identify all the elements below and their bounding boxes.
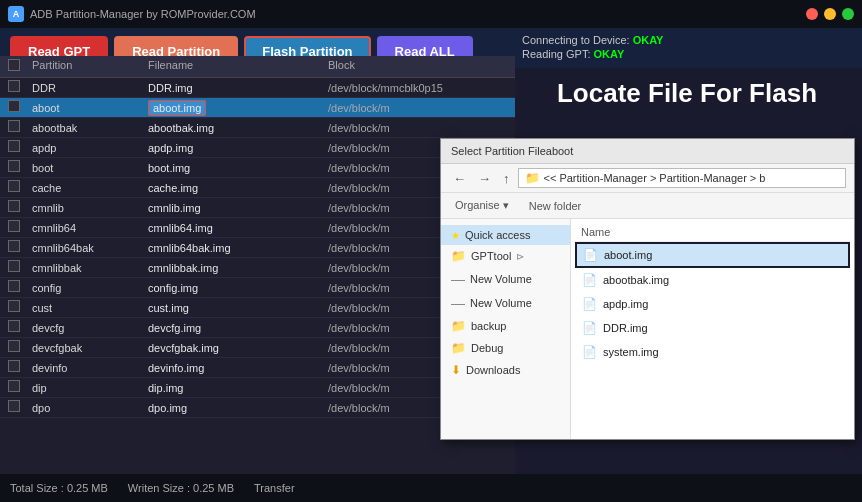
table-row[interactable]: cmnlib64 cmnlib64.img /dev/block/m [0, 218, 515, 238]
partition-table: Partition Filename Block DDR DDR.img /de… [0, 56, 515, 474]
dialog-files-panel: Name 📄 aboot.img 📄 abootbak.img 📄 apdp.i… [571, 219, 854, 439]
table-row[interactable]: dip dip.img /dev/block/m [0, 378, 515, 398]
sidebar-item[interactable]: ★Quick access [441, 225, 570, 245]
header-check [0, 59, 28, 74]
row-partition: devcfgbak [28, 342, 148, 354]
row-checkbox[interactable] [0, 200, 28, 215]
row-filename: dpo.img [148, 402, 328, 414]
table-row[interactable]: cmnlibbak cmnlibbak.img /dev/block/m [0, 258, 515, 278]
download-icon: ⬇ [451, 363, 461, 377]
dash-icon: — [451, 271, 465, 287]
row-checkbox[interactable] [0, 380, 28, 395]
sidebar-item[interactable]: 📁Debug [441, 337, 570, 359]
file-item[interactable]: 📄 aboot.img [575, 242, 850, 268]
row-checkbox[interactable] [0, 240, 28, 255]
table-row[interactable]: devcfgbak devcfgbak.img /dev/block/m [0, 338, 515, 358]
file-item[interactable]: 📄 apdp.img [575, 292, 850, 316]
transfer-label: Transfer [254, 482, 295, 494]
table-row[interactable]: devinfo devinfo.img /dev/block/m [0, 358, 515, 378]
filename-highlighted: aboot.img [148, 100, 206, 116]
file-dialog: Select Partition Fileaboot ← → ↑ 📁 << Pa… [440, 138, 855, 440]
file-item[interactable]: 📄 DDR.img [575, 316, 850, 340]
nav-forward-button[interactable]: → [474, 170, 495, 187]
table-row[interactable]: cmnlib cmnlib.img /dev/block/m [0, 198, 515, 218]
table-row[interactable]: config config.img /dev/block/m [0, 278, 515, 298]
row-checkbox[interactable] [0, 140, 28, 155]
row-checkbox[interactable] [0, 220, 28, 235]
app-icon: A [8, 6, 24, 22]
table-row[interactable]: cache cache.img /dev/block/m [0, 178, 515, 198]
file-name: DDR.img [603, 322, 648, 334]
row-filename: cmnlibbak.img [148, 262, 328, 274]
table-row[interactable]: dpo dpo.img /dev/block/m [0, 398, 515, 418]
row-checkbox[interactable] [0, 260, 28, 275]
row-checkbox[interactable] [0, 280, 28, 295]
sidebar-item[interactable]: —New Volume [441, 267, 570, 291]
organize-button[interactable]: Organise ▾ [449, 197, 515, 214]
close-button[interactable] [806, 8, 818, 20]
dialog-nav: ← → ↑ 📁 << Partition-Manager > Partition… [441, 164, 854, 193]
row-checkbox[interactable] [0, 400, 28, 415]
file-item[interactable]: 📄 abootbak.img [575, 268, 850, 292]
sidebar-item-label: New Volume [470, 273, 532, 285]
file-item[interactable]: 📄 system.img [575, 340, 850, 364]
header-partition: Partition [28, 59, 148, 74]
row-checkbox[interactable] [0, 160, 28, 175]
row-checkbox[interactable] [0, 320, 28, 335]
arrow-icon: ⊳ [516, 251, 524, 262]
nav-up-button[interactable]: ↑ [499, 170, 514, 187]
table-row[interactable]: boot boot.img /dev/block/m [0, 158, 515, 178]
file-name: system.img [603, 346, 659, 358]
files-header: Name [575, 223, 850, 242]
select-all-checkbox[interactable] [8, 59, 20, 71]
row-checkbox[interactable] [0, 100, 28, 115]
row-filename: aboot.img [148, 102, 328, 114]
row-checkbox[interactable] [0, 80, 28, 95]
folder-icon: 📁 [525, 171, 540, 185]
table-row[interactable]: DDR DDR.img /dev/block/mmcblk0p15 [0, 78, 515, 98]
row-partition: cache [28, 182, 148, 194]
row-filename: devcfgbak.img [148, 342, 328, 354]
sidebar-item-label: GPTtool [471, 250, 511, 262]
total-size: Total Size : 0.25 MB [10, 482, 108, 494]
dash-icon: — [451, 295, 465, 311]
header-block: Block [328, 59, 508, 74]
nav-back-button[interactable]: ← [449, 170, 470, 187]
row-block: /dev/block/m [328, 122, 508, 134]
maximize-button[interactable] [842, 8, 854, 20]
folder-icon: 📁 [451, 249, 466, 263]
minimize-button[interactable] [824, 8, 836, 20]
sidebar-item[interactable]: 📁GPTtool⊳ [441, 245, 570, 267]
table-row[interactable]: aboot aboot.img /dev/block/m [0, 98, 515, 118]
row-filename: cmnlib64bak.img [148, 242, 328, 254]
file-icon: 📄 [582, 273, 597, 287]
files-list: 📄 aboot.img 📄 abootbak.img 📄 apdp.img 📄 … [575, 242, 850, 364]
row-checkbox[interactable] [0, 120, 28, 135]
dialog-toolbar: Organise ▾ New folder [441, 193, 854, 219]
table-header: Partition Filename Block [0, 56, 515, 78]
table-row[interactable]: apdp apdp.img /dev/block/m [0, 138, 515, 158]
row-partition: DDR [28, 82, 148, 94]
window-controls[interactable] [806, 8, 854, 20]
file-name: apdp.img [603, 298, 648, 310]
app-title: ADB Partition-Manager by ROMProvider.COM [30, 8, 256, 20]
dialog-sidebar: ★Quick access📁GPTtool⊳—New Volume—New Vo… [441, 219, 571, 439]
sidebar-item[interactable]: ⬇Downloads [441, 359, 570, 381]
row-partition: apdp [28, 142, 148, 154]
row-partition: cmnlib64bak [28, 242, 148, 254]
new-folder-button[interactable]: New folder [523, 198, 588, 214]
row-partition: aboot [28, 102, 148, 114]
row-checkbox[interactable] [0, 360, 28, 375]
row-checkbox[interactable] [0, 300, 28, 315]
written-size: Writen Size : 0.25 MB [128, 482, 234, 494]
table-row[interactable]: cust cust.img /dev/block/m [0, 298, 515, 318]
row-checkbox[interactable] [0, 340, 28, 355]
sidebar-item[interactable]: 📁backup [441, 315, 570, 337]
row-checkbox[interactable] [0, 180, 28, 195]
table-row[interactable]: cmnlib64bak cmnlib64bak.img /dev/block/m [0, 238, 515, 258]
table-row[interactable]: abootbak abootbak.img /dev/block/m [0, 118, 515, 138]
titlebar: A ADB Partition-Manager by ROMProvider.C… [0, 0, 862, 28]
file-name: aboot.img [604, 249, 652, 261]
table-row[interactable]: devcfg devcfg.img /dev/block/m [0, 318, 515, 338]
sidebar-item[interactable]: —New Volume [441, 291, 570, 315]
